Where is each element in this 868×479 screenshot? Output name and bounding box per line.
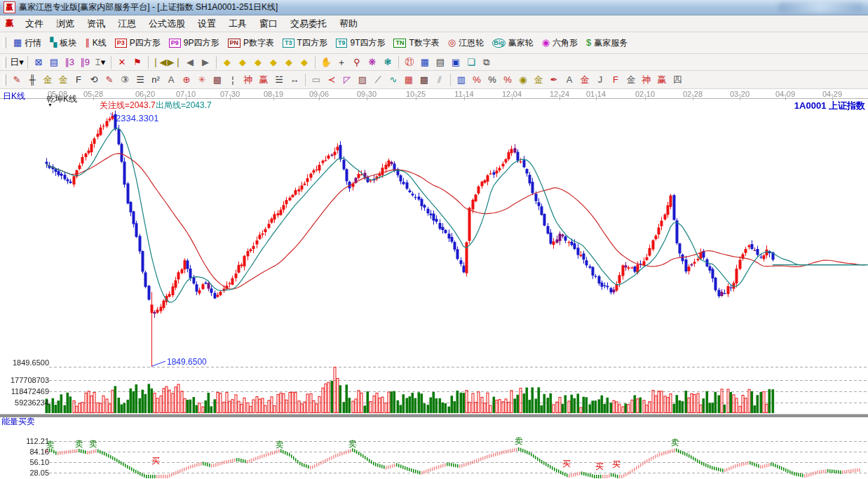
toolbar-button-9t-square[interactable]: T99T四方形 [332, 35, 390, 51]
toolbar-button-angle-win[interactable]: 赢 [654, 73, 670, 87]
menu-item-help[interactable]: 帮助 [333, 16, 364, 32]
toolbar-button-zoom-out-h-diamond[interactable]: ◆ [266, 55, 281, 69]
menu-item-settings[interactable]: 设置 [191, 16, 222, 32]
toolbar-button-f-grid[interactable]: F [71, 73, 86, 87]
menu-item-file[interactable]: 文件 [19, 16, 50, 32]
toolbar-button-info-list[interactable]: ▤ [46, 55, 62, 69]
toolbar-button-magnify[interactable]: ⚲ [349, 55, 365, 69]
toolbar-button-quotes[interactable]: ▦行情 [9, 35, 46, 51]
toolbar-button-gold-line[interactable]: 金 [577, 73, 592, 87]
toolbar-button-smart-analysis[interactable]: ❃ [380, 55, 395, 69]
toolbar-button-kline-3[interactable]: ∥3 [62, 55, 77, 69]
toolbar-button-gann-wheel[interactable]: ◎江恩轮 [444, 35, 488, 51]
toolbar-button-grid-red[interactable]: ▦ [401, 73, 416, 87]
toolbar-button-pencil[interactable]: ✎ [9, 73, 25, 87]
toolbar-button-p-square[interactable]: P3P四方形 [111, 35, 165, 51]
toolbar-button-drag-hand[interactable]: ✋ [318, 55, 334, 69]
toolbar-button-angle-f[interactable]: F [608, 73, 623, 87]
menu-item-formula-stock[interactable]: 公式选股 [142, 16, 191, 32]
toolbar-button-web-box[interactable]: ▩ [210, 73, 225, 87]
toolbar-button-qiankun-box[interactable]: ⊠ [31, 55, 46, 69]
menu-item-trade-entrust[interactable]: 交易委托 [284, 16, 333, 32]
toolbar-button-calculator[interactable]: ▦ [417, 55, 433, 69]
toolbar-button-crosshair[interactable]: ＋ [334, 55, 349, 69]
toolbar-button-angle-gold[interactable]: 金 [623, 73, 639, 87]
toolbar-button-expand-diamond[interactable]: ◆ [297, 55, 312, 69]
toolbar-button-go-last[interactable]: ▶❘ [167, 55, 182, 69]
toolbar-button-circle-3[interactable]: ③ [117, 73, 133, 87]
menu-item-tools[interactable]: 工具 [222, 16, 253, 32]
toolbar-button-calendar-21[interactable]: ㉑ [402, 55, 417, 69]
toolbar-button-sectors[interactable]: ▚板块 [46, 35, 81, 51]
toolbar-button-fan-lines[interactable]: ≺ [324, 73, 339, 87]
toolbar-button-gold-grid-1[interactable]: 金 [40, 73, 55, 87]
toolbar-button-pan-left-diamond[interactable]: ◆ [219, 55, 235, 69]
toolbar-button-angle-si[interactable]: 四 [670, 73, 685, 87]
toolbar-button-compress-diamond[interactable]: ◆ [281, 55, 297, 69]
toolbar-button-period-daily[interactable]: 日▾ [9, 55, 25, 69]
toolbar-button-9p-square[interactable]: P99P四方形 [165, 35, 224, 51]
toolbar-button-pencil-2[interactable]: ✎ [102, 73, 117, 87]
menu-item-gann[interactable]: 江恩 [111, 16, 142, 32]
toolbar-button-winner-wheel[interactable]: Big赢家轮 [488, 35, 538, 51]
toolbar-button-circle-cross[interactable]: ⊕ [179, 73, 194, 87]
toolbar-button-ink-pen[interactable]: ✒ [546, 73, 562, 87]
toolbar-button-gann-net[interactable]: ▨ [355, 73, 370, 87]
toolbar-button-go-first[interactable]: ❘◀ [151, 55, 167, 69]
toolbar-button-pan-right-diamond[interactable]: ◆ [235, 55, 250, 69]
toolbar-button-kline-9[interactable]: ∥9 [77, 55, 93, 69]
kline-type-dropdown-arrow[interactable]: ▼ [48, 102, 53, 107]
toolbar-button-angle-j[interactable]: J [592, 73, 608, 87]
toolbar-button-n-squared[interactable]: n² [148, 73, 163, 87]
candle-style-dropdown-arrow[interactable]: ▾ [101, 58, 106, 67]
menu-item-browse[interactable]: 浏览 [50, 16, 81, 32]
toolbar-button-trend-angle[interactable]: ⟋ [370, 73, 386, 87]
toolbar-button-zoom-in-h-diamond[interactable]: ◆ [250, 55, 266, 69]
toolbar-button-spider-web[interactable]: ✳ [194, 73, 210, 87]
toolbar-button-wave-a[interactable]: A [562, 73, 577, 87]
toolbar-button-ruler-123[interactable]: ☱ [271, 73, 287, 87]
toolbar-button-stats-columns[interactable]: ▥ [454, 73, 469, 87]
toolbar-button-mirror-a[interactable]: A [163, 73, 179, 87]
panel-separator[interactable] [0, 414, 868, 417]
toolbar-grip[interactable] [3, 37, 6, 48]
toolbar-button-step-back[interactable]: ◀ [182, 55, 198, 69]
toolbar-button-gold-levels[interactable]: 金 [531, 73, 546, 87]
toolbar-button-save-disk[interactable]: ▣ [448, 55, 463, 69]
toolbar-button-t-square[interactable]: T3T四方形 [278, 35, 332, 51]
toolbar-button-shen-grid[interactable]: 神 [240, 73, 256, 87]
toolbar-button-formula-x[interactable]: ✕ [114, 55, 130, 69]
toolbar-button-grid-dark[interactable]: ▩ [416, 73, 432, 87]
toolbar-button-percent-zone[interactable]: % [469, 73, 484, 87]
toolbar-button-box-select[interactable]: ▭ [308, 73, 324, 87]
toolbar-button-candle-style[interactable]: ⌶▾ [93, 55, 108, 69]
toolbar-button-win-grid[interactable]: 赢 [256, 73, 271, 87]
toolbar-button-p-number-table[interactable]: PNP数字表 [224, 35, 279, 51]
toolbar-button-gann-flower[interactable]: ❋ [365, 55, 380, 69]
toolbar-button-wave-line[interactable]: ∿ [386, 73, 401, 87]
toolbar-button-angle-shen[interactable]: 神 [639, 73, 654, 87]
menu-item-news[interactable]: 资讯 [81, 16, 111, 32]
toolbar-button-step-forward[interactable]: ▶ [198, 55, 213, 69]
toolbar-button-printer[interactable]: ⧉ [479, 55, 494, 69]
toolbar-button-signal-flag[interactable]: ⚑ [130, 55, 145, 69]
toolbar-button-percent-line[interactable]: % [500, 73, 515, 87]
toolbar-button-width-measure[interactable]: ↔ [287, 73, 302, 87]
toolbar-button-hash-ruler[interactable]: ☰ [133, 73, 148, 87]
toolbar-grip[interactable] [3, 57, 6, 68]
toolbar-button-report-pad[interactable]: ▤ [433, 55, 448, 69]
toolbar-button-gold-grid-2[interactable]: 金 [55, 73, 71, 87]
toolbar-button-spiral[interactable]: ⟲ [86, 73, 102, 87]
main-chart-canvas[interactable] [0, 89, 868, 479]
toolbar-button-percent-plain[interactable]: % [484, 73, 500, 87]
toolbar-button-parallel-lines[interactable]: ⫽ [432, 73, 447, 87]
menu-item-window[interactable]: 窗口 [253, 16, 284, 32]
toolbar-grip[interactable] [3, 74, 6, 86]
toolbar-button-hexagon[interactable]: ◉六角形 [538, 35, 582, 51]
toolbar-button-web-browser[interactable]: ❏ [463, 55, 479, 69]
toolbar-button-winner-service[interactable]: $赢家服务 [582, 35, 632, 51]
toolbar-button-gann-box[interactable]: ◸ [339, 73, 355, 87]
toolbar-button-price-marks[interactable]: ¦ [225, 73, 240, 87]
toolbar-button-gold-circle[interactable]: ◉ [515, 73, 531, 87]
toolbar-button-kline[interactable]: ∥K线 [81, 35, 111, 51]
